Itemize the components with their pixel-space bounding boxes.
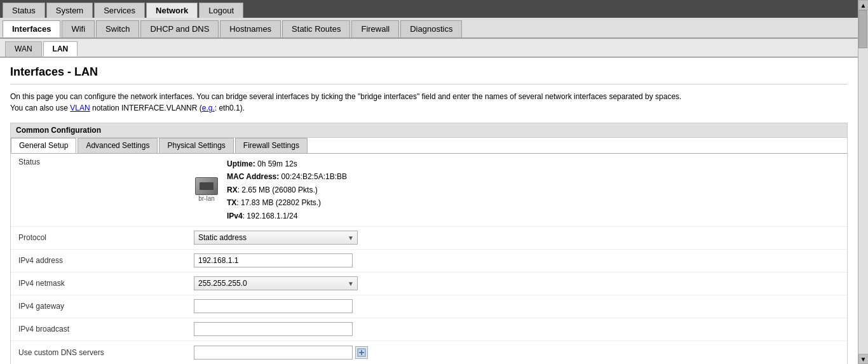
protocol-select-wrapper: Static address DHCP client PPPoE ▼: [194, 231, 358, 245]
br-lan-icon: br-lan: [194, 177, 219, 203]
common-config-box: Common Configuration General Setup Advan…: [10, 123, 848, 364]
second-nav-tab-diagnostics[interactable]: Diagnostics: [400, 20, 462, 37]
ipv4netmask-label: IPv4 netmask: [11, 275, 189, 292]
ipv4gateway-label: IPv4 gateway: [11, 298, 189, 314]
top-nav-tab-system[interactable]: System: [46, 3, 93, 18]
dns-add-button[interactable]: [355, 346, 368, 359]
ipv4broadcast-input[interactable]: [194, 322, 353, 336]
vlan-link[interactable]: VLAN: [70, 104, 90, 112]
status-row: Status br-lan Uptime: 0h 59m 12s MAC Add…: [11, 154, 847, 227]
inner-tabs: General Setup Advanced Settings Physical…: [11, 138, 847, 154]
second-nav-tab-switch[interactable]: Switch: [96, 20, 139, 37]
second-nav-tab-firewall[interactable]: Firewall: [351, 20, 399, 37]
sub-tab-lan[interactable]: LAN: [43, 41, 78, 57]
ipv4broadcast-row: IPv4 broadcast: [11, 318, 847, 341]
scrollbar-down-button[interactable]: ▼: [858, 354, 869, 364]
scrollbar-thumb[interactable]: [858, 10, 867, 48]
ipv4broadcast-label: IPv4 broadcast: [11, 321, 189, 337]
add-icon: [357, 348, 366, 357]
ipv4netmask-value: 255.255.255.0 255.255.0.0 255.0.0.0 ▼: [189, 274, 847, 293]
dns-input-row: [194, 346, 368, 360]
page-title: Interfaces - LAN: [10, 65, 848, 84]
ipv4gateway-row: IPv4 gateway: [11, 295, 847, 318]
top-nav-tab-services[interactable]: Services: [94, 3, 145, 18]
ipv4address-value: [189, 251, 847, 270]
description: On this page you can configure the netwo…: [10, 91, 848, 114]
ipv4address-row: IPv4 address: [11, 250, 847, 273]
top-nav: Status System Services Network Logout: [0, 0, 858, 18]
top-nav-tab-status[interactable]: Status: [3, 3, 45, 18]
second-nav-tab-interfaces[interactable]: Interfaces: [3, 20, 60, 37]
ipv4netmask-row: IPv4 netmask 255.255.255.0 255.255.0.0 2…: [11, 273, 847, 295]
inner-tab-physical[interactable]: Physical Settings: [159, 138, 233, 153]
common-config-header: Common Configuration: [11, 123, 847, 138]
sub-tab-wan[interactable]: WAN: [5, 41, 42, 57]
sub-tabs: WAN LAN: [0, 39, 858, 58]
eg-link[interactable]: e.g.: [202, 104, 215, 112]
ipv4broadcast-value: [189, 320, 847, 339]
br-lan-label: br-lan: [198, 195, 215, 202]
second-nav-tab-wifi[interactable]: Wifi: [62, 20, 95, 37]
protocol-value: Static address DHCP client PPPoE ▼: [189, 228, 847, 247]
scrollbar-up-button[interactable]: ▲: [858, 0, 869, 10]
ipv4gateway-input[interactable]: [194, 299, 353, 313]
inner-tab-firewall[interactable]: Firewall Settings: [235, 138, 308, 153]
ipv4netmask-select[interactable]: 255.255.255.0 255.255.0.0 255.0.0.0: [194, 276, 358, 290]
second-nav: Interfaces Wifi Switch DHCP and DNS Host…: [0, 18, 858, 39]
inner-tab-general[interactable]: General Setup: [11, 138, 76, 153]
status-label: Status: [11, 154, 189, 170]
protocol-row: Protocol Static address DHCP client PPPo…: [11, 227, 847, 250]
top-nav-tab-network[interactable]: Network: [146, 3, 198, 18]
scrollbar-track: [858, 10, 868, 354]
customdns-row: Use custom DNS servers: [11, 341, 847, 364]
scrollbar: ▲ ▼: [858, 0, 868, 364]
second-nav-tab-dhcp[interactable]: DHCP and DNS: [140, 20, 219, 37]
ipv4address-label: IPv4 address: [11, 252, 189, 269]
status-value: br-lan Uptime: 0h 59m 12s MAC Address: 0…: [189, 154, 847, 226]
inner-tab-advanced[interactable]: Advanced Settings: [78, 138, 158, 153]
status-info: Uptime: 0h 59m 12s MAC Address: 00:24:B2…: [227, 158, 347, 222]
top-nav-tab-logout[interactable]: Logout: [199, 3, 243, 18]
ipv4gateway-value: [189, 297, 847, 316]
ipv4address-input[interactable]: [194, 253, 353, 267]
customdns-value: [189, 343, 847, 362]
customdns-input[interactable]: [194, 346, 353, 360]
protocol-select[interactable]: Static address DHCP client PPPoE: [194, 231, 358, 245]
second-nav-tab-staticroutes[interactable]: Static Routes: [282, 20, 350, 37]
second-nav-tab-hostnames[interactable]: Hostnames: [220, 20, 281, 37]
protocol-label: Protocol: [11, 229, 189, 246]
ipv4netmask-select-wrapper: 255.255.255.0 255.255.0.0 255.0.0.0 ▼: [194, 276, 358, 290]
customdns-label: Use custom DNS servers: [11, 344, 189, 361]
main-content: Interfaces - LAN On this page you can co…: [0, 58, 858, 364]
